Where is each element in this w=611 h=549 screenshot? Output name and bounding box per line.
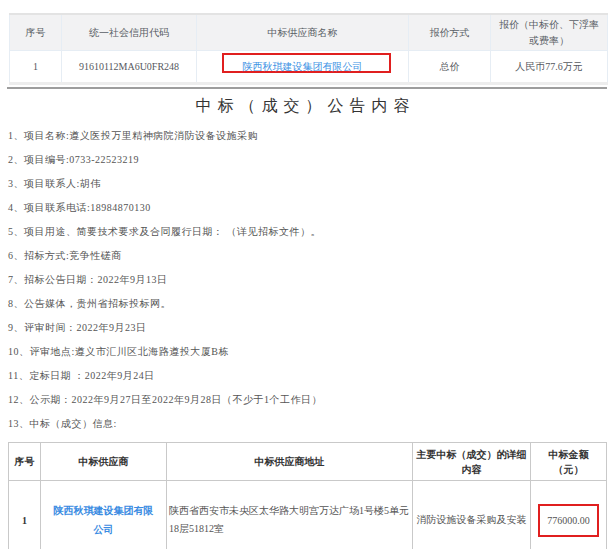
cell-supplier: 陕西秋琪建设集团有限 公司 bbox=[41, 481, 167, 549]
table-row: 1 91610112MA6U0FR248 陕西秋琪建设集团有限公司 总价 人民币… bbox=[10, 51, 608, 84]
highlight-box: 776000.00 bbox=[538, 504, 599, 537]
cell-price-method: 总价 bbox=[409, 51, 491, 84]
item-review-location: 10、评审地点:遵义市汇川区北海路遵投大厦B栋 bbox=[8, 346, 611, 358]
header-award-detail: 主要中标（成交）的详细 内容 bbox=[413, 443, 531, 481]
item-contact-phone: 4、项目联系电话:18984870130 bbox=[8, 202, 611, 214]
header-price-method: 报价方式 bbox=[409, 14, 491, 51]
header-supplier-address: 中标供应商地址 bbox=[167, 443, 413, 481]
item-award-date: 11、定标日期 ：2022年9月24日 bbox=[8, 370, 611, 382]
cell-serial: 1 bbox=[10, 51, 62, 84]
award-detail-table: 序号 中标供应商 中标供应商地址 主要中标（成交）的详细 内容 中标金额 （元）… bbox=[8, 442, 607, 549]
item-award-info-label: 13、中标（成交）信息: bbox=[8, 418, 611, 430]
cell-credit-code: 91610112MA6U0FR248 bbox=[62, 51, 197, 84]
header-serial: 序号 bbox=[10, 14, 62, 51]
header-supplier-name: 中标供应商名称 bbox=[197, 14, 409, 51]
divider-line bbox=[7, 87, 607, 89]
table-header-row: 序号 中标供应商 中标供应商地址 主要中标（成交）的详细 内容 中标金额 （元） bbox=[9, 443, 607, 481]
announcement-page: 序号 统一社会信用代码 中标供应商名称 报价方式 报价（中标价、下浮率或费率） … bbox=[0, 13, 611, 549]
item-bidding-method: 6、招标方式:竞争性磋商 bbox=[8, 250, 611, 262]
item-publicity-period: 12、公示期：2022年9月27日至2022年9月28日（不少于1个工作日） bbox=[8, 394, 611, 406]
award-amount-value: 776000.00 bbox=[547, 515, 590, 526]
cell-award-detail: 消防设施设备采购及安装 bbox=[413, 481, 531, 549]
item-project-name: 1、项目名称:遵义医投万里精神病院消防设备设施采购 bbox=[8, 130, 611, 142]
announcement-items: 1、项目名称:遵义医投万里精神病院消防设备设施采购 2、项目编号:0733-22… bbox=[0, 130, 611, 430]
header-credit-code: 统一社会信用代码 bbox=[62, 14, 197, 51]
supplier-link[interactable]: 陕西秋琪建设集团有限 公司 bbox=[54, 505, 154, 535]
cell-award-amount: 776000.00 bbox=[531, 481, 607, 549]
page-title: 中标（成交）公告内容 bbox=[0, 96, 611, 117]
item-project-number: 2、项目编号:0733-22523219 bbox=[8, 154, 611, 166]
table-row: 1 陕西秋琪建设集团有限 公司 陕西省西安市未央区太华路大明宫万达广场1号楼5单… bbox=[9, 481, 607, 549]
item-announcement-media: 8、公告媒体，贵州省招标投标网。 bbox=[8, 298, 611, 310]
header-serial: 序号 bbox=[9, 443, 41, 481]
item-announcement-date: 7、招标公告日期：2022年9月13日 bbox=[8, 274, 611, 286]
table-header-row: 序号 统一社会信用代码 中标供应商名称 报价方式 报价（中标价、下浮率或费率） bbox=[10, 14, 608, 51]
header-supplier: 中标供应商 bbox=[41, 443, 167, 481]
cell-supplier: 陕西秋琪建设集团有限公司 bbox=[197, 51, 409, 84]
supplier-link[interactable]: 陕西秋琪建设集团有限公司 bbox=[243, 61, 363, 72]
header-award-amount: 中标金额 （元） bbox=[531, 443, 607, 481]
item-project-usage: 5、项目用途、简要技术要求及合同履行日期： （详见招标文件）。 bbox=[8, 226, 611, 238]
cell-serial: 1 bbox=[9, 481, 41, 549]
item-review-time: 9、评审时间：2022年9月23日 bbox=[8, 322, 611, 334]
winning-supplier-summary-table: 序号 统一社会信用代码 中标供应商名称 报价方式 报价（中标价、下浮率或费率） … bbox=[9, 13, 608, 85]
header-price: 报价（中标价、下浮率或费率） bbox=[491, 14, 608, 51]
cell-price: 人民币77.6万元 bbox=[491, 51, 608, 84]
item-contact-person: 3、项目联系人:胡伟 bbox=[8, 178, 611, 190]
cell-supplier-address: 陕西省西安市未央区太华路大明宫万达广场1号楼5单元18层51812室 bbox=[167, 481, 413, 549]
